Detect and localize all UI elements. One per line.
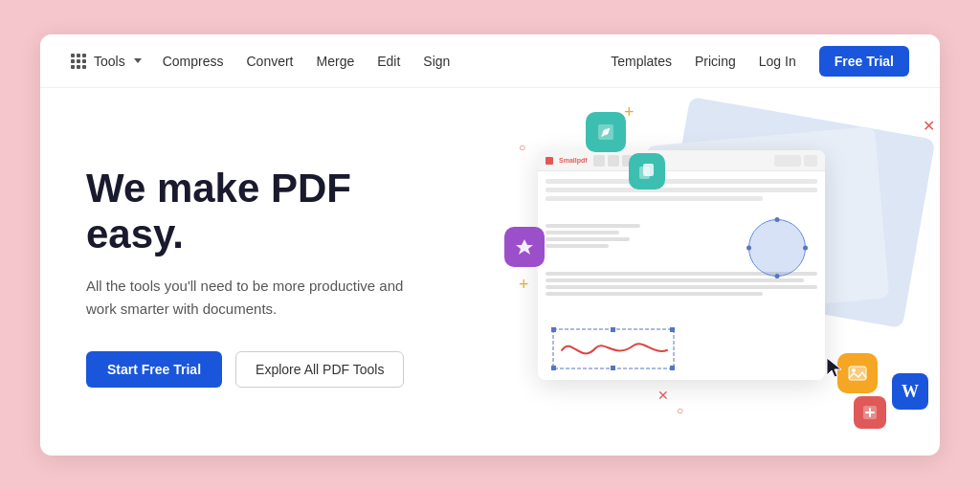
templates-nav-link[interactable]: Templates — [611, 54, 672, 69]
word-letter: W — [902, 382, 919, 402]
svg-rect-4 — [551, 366, 556, 370]
toolbar-right — [774, 155, 817, 167]
nav-right: Templates Pricing Log In Free Trial — [611, 46, 909, 77]
explore-tools-button[interactable]: Explore All PDF Tools — [235, 351, 404, 388]
pdf-toolbar: Smallpdf — [538, 150, 825, 171]
smallpdf-logo: Smallpdf — [546, 157, 588, 165]
svg-rect-6 — [670, 366, 675, 370]
deco-cross-1: ✕ — [923, 117, 935, 135]
word-float-icon: W — [892, 373, 928, 410]
grid-icon — [71, 54, 86, 69]
deco-circle-1: ○ — [519, 141, 525, 154]
pricing-nav-link[interactable]: Pricing — [695, 54, 736, 69]
edit-nav-link[interactable]: Edit — [375, 50, 402, 73]
doc-lines — [546, 179, 817, 201]
handle-bottom — [775, 274, 780, 278]
edit-float-icon — [586, 112, 626, 152]
tools-label[interactable]: Tools — [92, 50, 127, 73]
navbar: Tools Compress Convert Merge Edit Sign T… — [40, 34, 940, 88]
pdf-editor-card: Smallpdf — [538, 150, 825, 380]
hero-buttons: Start Free Trial Explore All PDF Tools — [86, 351, 454, 388]
svg-rect-9 — [643, 164, 654, 176]
svg-rect-2 — [611, 327, 615, 332]
toolbar-right-2 — [804, 155, 817, 167]
doc-line-3 — [546, 196, 763, 201]
doc-line-1 — [546, 179, 817, 184]
hero-subtitle: All the tools you'll need to be more pro… — [86, 275, 431, 321]
content-area: We make PDF easy. All the tools you'll n… — [40, 88, 940, 456]
hero-title: We make PDF easy. — [86, 166, 454, 258]
deco-plus-1: + — [624, 102, 635, 122]
svg-rect-1 — [551, 327, 556, 332]
logo-icon — [546, 157, 553, 165]
free-trial-button[interactable]: Free Trial — [819, 46, 909, 77]
svg-marker-10 — [516, 239, 533, 255]
toolbar-tool-1 — [593, 155, 605, 167]
toolbar-tool-2 — [608, 155, 619, 167]
svg-rect-0 — [553, 329, 674, 368]
selection-box-svg — [551, 327, 676, 370]
app-container: Tools Compress Convert Merge Edit Sign T… — [40, 34, 940, 456]
merge-nav-link[interactable]: Merge — [315, 50, 357, 73]
deco-plus-2: + — [519, 275, 529, 295]
deco-cross-2: ✕ — [657, 388, 669, 403]
pdf-float-icon — [854, 396, 886, 429]
hero-section: We make PDF easy. All the tools you'll n… — [40, 88, 500, 456]
toolbar-tools — [593, 155, 634, 167]
doc-line-2 — [546, 188, 817, 192]
cursor-icon — [825, 356, 844, 379]
svg-rect-5 — [611, 366, 615, 370]
selection-circle — [748, 219, 806, 277]
pdf-body — [538, 171, 825, 380]
chevron-down-icon — [134, 58, 142, 63]
handle-left — [746, 246, 751, 251]
text-block — [546, 224, 651, 248]
svg-rect-3 — [670, 327, 675, 332]
svg-point-12 — [852, 368, 856, 372]
deco-circle-2: ○ — [677, 404, 683, 417]
logo-text: Smallpdf — [559, 157, 588, 164]
sign-nav-link[interactable]: Sign — [421, 50, 452, 73]
toolbar-right-1 — [774, 155, 801, 167]
login-nav-link[interactable]: Log In — [759, 54, 796, 69]
start-trial-button[interactable]: Start Free Trial — [86, 351, 222, 388]
illustration-panel: Smallpdf — [500, 88, 940, 456]
convert-nav-link[interactable]: Convert — [244, 50, 295, 73]
duplicate-float-icon — [629, 153, 665, 189]
handle-top — [775, 217, 780, 222]
handle-right — [803, 246, 808, 251]
compress-nav-link[interactable]: Compress — [161, 50, 226, 73]
stamp-float-icon — [504, 227, 545, 267]
nav-left: Tools Compress Convert Merge Edit Sign — [71, 50, 611, 73]
tools-menu[interactable]: Tools — [71, 50, 142, 73]
